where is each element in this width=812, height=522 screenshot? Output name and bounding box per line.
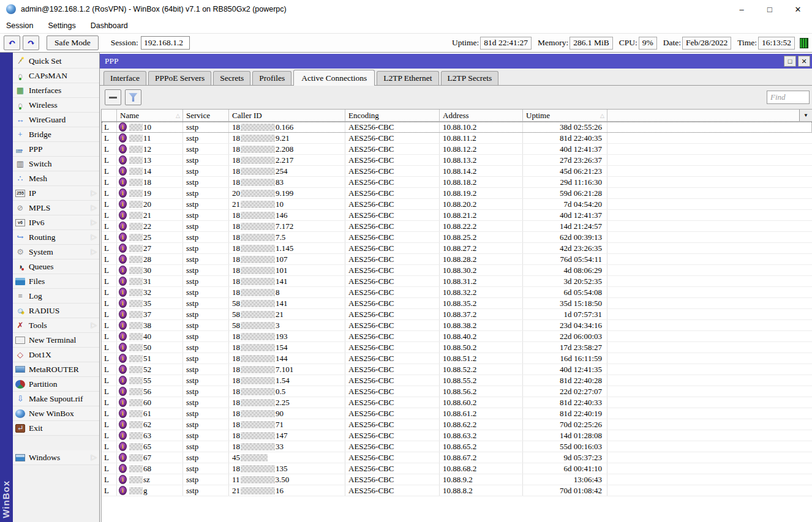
header-address[interactable]: Address	[440, 110, 523, 121]
tab-pppoe-servers[interactable]: PPPoE Servers	[148, 71, 211, 85]
table-row[interactable]: L 14 sstp 18 254 AES256-CBC 10.88.14.2 4…	[102, 166, 812, 177]
table-row[interactable]: L 63 sstp 18 147 AES256-CBC 10.88.63.2 1…	[102, 430, 812, 441]
header-uptime[interactable]: Uptime △	[523, 110, 607, 121]
table-row[interactable]: L 25 sstp 18 7.5 AES256-CBC 10.88.25.2 6…	[102, 232, 812, 243]
sidebar-item-system[interactable]: ⚙ System ▷	[13, 245, 99, 259]
tab-l2tp-ethernet[interactable]: L2TP Ethernet	[377, 71, 438, 85]
sidebar-item-ipv6[interactable]: v6 IPv6 ▷	[13, 215, 99, 230]
row-uptime: 70d 01:08:42	[523, 485, 607, 496]
table-row[interactable]: L 27 sstp 18 1.145 AES256-CBC 10.88.27.2…	[102, 243, 812, 254]
sidebar-item-exit[interactable]: ↵ Exit	[13, 421, 99, 436]
sidebar-item-radius[interactable]: ☺ RADIUS	[13, 304, 99, 318]
table-row[interactable]: L 31 sstp 18 141 AES256-CBC 10.88.31.2 3…	[102, 276, 812, 287]
table-row[interactable]: L 67 sstp 45 AES256-CBC 10.88.67.2 9d 05…	[102, 452, 812, 463]
remove-button[interactable]	[105, 89, 121, 105]
table-row[interactable]: L 61 sstp 18 90 AES256-CBC 10.88.61.2 81…	[102, 408, 812, 419]
tab-active-connections[interactable]: Active Connections	[293, 70, 375, 86]
row-encoding: AES256-CBC	[345, 221, 440, 231]
table-row[interactable]: L 68 sstp 18 135 AES256-CBC 10.88.68.2 6…	[102, 463, 812, 474]
table-row[interactable]: L 32 sstp 18 8 AES256-CBC 10.88.32.2 6d …	[102, 287, 812, 298]
sidebar-item-windows[interactable]: Windows ▷	[13, 450, 99, 465]
sidebar-item-routing[interactable]: ↪ Routing ▷	[13, 230, 99, 245]
header-caller-id[interactable]: Caller ID	[229, 110, 345, 121]
table-row[interactable]: L 40 sstp 18 193 AES256-CBC 10.88.40.2 2…	[102, 331, 812, 342]
table-row[interactable]: L 10 sstp 18 0.166 AES256-CBC 10.88.10.2…	[102, 122, 812, 133]
table-row[interactable]: L 13 sstp 18 2.217 AES256-CBC 10.88.13.2…	[102, 155, 812, 166]
table-row[interactable]: L 11 sstp 18 9.21 AES256-CBC 10.88.11.2 …	[102, 133, 812, 144]
filter-button[interactable]	[125, 89, 141, 105]
table-row[interactable]: L 65 sstp 18 33 AES256-CBC 10.88.65.2 55…	[102, 441, 812, 452]
table-row[interactable]: L 18 sstp 18 83 AES256-CBC 10.88.18.2 29…	[102, 177, 812, 188]
sidebar-item-switch[interactable]: ▥ Switch	[13, 157, 99, 171]
header-name[interactable]: Name △	[117, 110, 183, 121]
ppp-close-button[interactable]: ✕	[798, 56, 810, 67]
header-flag[interactable]	[102, 110, 117, 121]
stat-label: Date:	[663, 38, 681, 48]
sidebar-item-new-terminal[interactable]: >_ New Terminal	[13, 333, 99, 348]
row-encoding: AES256-CBC	[345, 408, 440, 419]
table-row[interactable]: L 30 sstp 18 101 AES256-CBC 10.88.30.2 4…	[102, 265, 812, 276]
sidebar-item-make-supout-rif[interactable]: ⇩ Make Supout.rif	[13, 392, 99, 406]
tab-profiles[interactable]: Profiles	[252, 71, 291, 85]
table-row[interactable]: L 12 sstp 18 2.208 AES256-CBC 10.88.12.2…	[102, 144, 812, 155]
ppp-maximize-button[interactable]: □	[784, 56, 796, 67]
sidebar-item-quick-set[interactable]: ∕ Quick Set	[13, 54, 99, 69]
table-row[interactable]: L 28 sstp 18 107 AES256-CBC 10.88.28.2 7…	[102, 254, 812, 265]
table-row[interactable]: L 22 sstp 18 7.172 AES256-CBC 10.88.22.2…	[102, 221, 812, 232]
close-button[interactable]: ✕	[784, 0, 812, 18]
table-row[interactable]: L 38 sstp 58 3 AES256-CBC 10.88.38.2 23d…	[102, 320, 812, 331]
header-encoding[interactable]: Encoding	[345, 110, 440, 121]
sidebar-item-tools[interactable]: ✗ Tools ▷	[13, 318, 99, 333]
sidebar-item-files[interactable]: Files	[13, 274, 99, 289]
undo-button[interactable]: ↶	[4, 35, 20, 50]
caller-prefix: 18	[232, 431, 240, 441]
sidebar-item-partition[interactable]: Partition	[13, 377, 99, 392]
sidebar-item-interfaces[interactable]: ▦ Interfaces	[13, 83, 99, 98]
table-row[interactable]: L 51 sstp 18 144 AES256-CBC 10.88.51.2 1…	[102, 353, 812, 364]
tab-secrets[interactable]: Secrets	[213, 71, 250, 85]
tab-l2tp-secrets[interactable]: L2TP Secrets	[441, 71, 499, 85]
table-row[interactable]: L 37 sstp 58 21 AES256-CBC 10.88.37.2 1d…	[102, 309, 812, 320]
row-caller-id: 18 33	[229, 441, 345, 452]
sidebar-item-log[interactable]: ≡ Log	[13, 289, 99, 304]
sidebar-item-queues[interactable]: ◑ Queues	[13, 259, 99, 274]
table-row[interactable]: L 56 sstp 18 0.5 AES256-CBC 10.88.56.2 2…	[102, 386, 812, 397]
menu-session[interactable]: Session	[6, 21, 33, 30]
sidebar-item-metarouter[interactable]: MetaROUTER	[13, 362, 99, 377]
find-input[interactable]	[767, 91, 810, 104]
table-row[interactable]: L 60 sstp 18 2.25 AES256-CBC 10.88.60.2 …	[102, 397, 812, 408]
sidebar-item-mpls[interactable]: ⊘ MPLS ▷	[13, 201, 99, 215]
table-row[interactable]: L 52 sstp 18 7.101 AES256-CBC 10.88.52.2…	[102, 364, 812, 375]
table-row[interactable]: L sz sstp 11 3.50 AES256-CBC 10.88.9.2 1…	[102, 474, 812, 485]
row-flag: L	[102, 265, 117, 275]
session-input[interactable]	[141, 36, 190, 50]
sidebar-item-ppp[interactable]: → PPP	[13, 142, 99, 157]
table-row[interactable]: L 35 sstp 58 141 AES256-CBC 10.88.35.2 3…	[102, 298, 812, 309]
sidebar-item-capsman[interactable]: ∩ CAPsMAN	[13, 69, 99, 83]
sidebar-item-bridge[interactable]: + Bridge	[13, 127, 99, 142]
ppp-title-bar[interactable]: PPP □ ✕	[100, 54, 812, 69]
sidebar-item-wireless[interactable]: ∩ Wireless	[13, 98, 99, 113]
sidebar-item-mesh[interactable]: ∴ Mesh	[13, 171, 99, 186]
safe-mode-button[interactable]: Safe Mode	[47, 35, 99, 50]
minimize-button[interactable]: –	[727, 0, 756, 18]
menu-dashboard[interactable]: Dashboard	[91, 21, 128, 30]
sidebar-item-new-winbox[interactable]: New WinBox	[13, 406, 99, 421]
sidebar-item-ip[interactable]: 255 IP ▷	[13, 186, 99, 201]
table-row[interactable]: L 21 sstp 18 146 AES256-CBC 10.88.21.2 4…	[102, 210, 812, 221]
table-row[interactable]: L 55 sstp 18 1.54 AES256-CBC 10.88.55.2 …	[102, 375, 812, 386]
table-row[interactable]: L 50 sstp 18 154 AES256-CBC 10.88.50.2 1…	[102, 342, 812, 353]
redo-button[interactable]: ↷	[23, 35, 39, 50]
tab-interface[interactable]: Interface	[103, 71, 146, 85]
column-dropdown-button[interactable]: ▼	[799, 110, 812, 121]
table-row[interactable]: L 20 sstp 21 10 AES256-CBC 10.88.20.2 7d…	[102, 199, 812, 210]
table-row[interactable]: L 19 sstp 20 9.199 AES256-CBC 10.88.19.2…	[102, 188, 812, 199]
table-row[interactable]: L g sstp 21 16 AES256-CBC 10.88.8.2 70d …	[102, 485, 812, 496]
table-row[interactable]: L 62 sstp 18 71 AES256-CBC 10.88.62.2 70…	[102, 419, 812, 430]
maximize-button[interactable]: □	[756, 0, 784, 18]
sidebar-item-dot1x[interactable]: ◇ Dot1X	[13, 348, 99, 362]
menu-settings[interactable]: Settings	[48, 21, 75, 30]
sidebar-item-wireguard[interactable]: ↔ WireGuard	[13, 113, 99, 127]
header-service[interactable]: Service	[183, 110, 229, 121]
sidebar-item-label: MPLS	[29, 203, 50, 213]
